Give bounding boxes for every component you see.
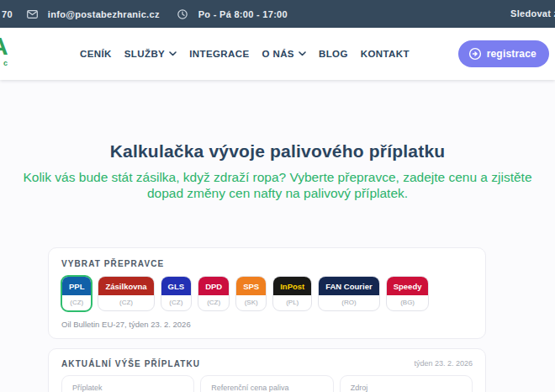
main-menu: CENÍK SLUŽBY INTEGRACE O NÁS — [80, 28, 410, 80]
carrier-list: PPL (CZ) Zásilkovna (CZ) GLS (CZ) DPD (C… — [61, 276, 473, 311]
nav-item-label: BLOG — [319, 49, 348, 59]
stat-tile: Příplatek 11,00 % — [61, 375, 194, 392]
surcharge-card-title: AKTUÁLNÍ VÝŠE PŘÍPLATKU — [61, 359, 200, 368]
carrier-card-title: VYBRAT PŘEPRAVCE — [61, 259, 473, 268]
register-label: registrace — [487, 48, 536, 60]
stat-tile: Zdroj Oil Bulletin EU-27 — [340, 375, 473, 392]
stat-tile: Referenční cena paliva 1.594 EUR/l — [200, 375, 333, 392]
carrier-country: (SK) — [236, 295, 266, 310]
carrier-chip[interactable]: SPS (SK) — [235, 276, 267, 311]
phone-link[interactable]: 70 — [2, 9, 13, 19]
nav-item-label: INTEGRACE — [189, 49, 249, 59]
hero-section: Kalkulačka vývoje palivového příplatku K… — [0, 80, 555, 392]
page-subtitle-line1: Kolik vás bude stát zásilka, když zdraží… — [0, 170, 555, 186]
carrier-country: (CZ) — [62, 295, 91, 310]
carrier-chip[interactable]: GLS (CZ) — [161, 276, 193, 311]
carrier-chip[interactable]: Speedy (BG) — [386, 276, 430, 311]
nav-item[interactable]: O NÁS — [262, 49, 306, 59]
track-shipment-link[interactable]: Sledovat zásilku — [510, 8, 555, 19]
carrier-country: (BG) — [387, 295, 429, 310]
carrier-chip[interactable]: PPL (CZ) — [61, 275, 92, 312]
carrier-chip[interactable]: InPost (PL) — [272, 276, 312, 311]
carrier-country: (CZ) — [98, 295, 153, 310]
carrier-country: (PL) — [273, 295, 311, 310]
surcharge-card: AKTUÁLNÍ VÝŠE PŘÍPLATKU týden 23. 2. 202… — [48, 348, 486, 392]
week-label: týden 23. 2. 2026 — [414, 359, 473, 368]
nav-item[interactable]: INTEGRACE — [189, 49, 249, 59]
navbar: A c CENÍK SLUŽBY INTEGRACE O NÁS — [0, 28, 555, 80]
carrier-name: FAN Courier — [319, 277, 378, 295]
carrier-country: (CZ) — [198, 295, 229, 310]
arrow-right-circle-icon — [468, 47, 482, 61]
carrier-country: (CZ) — [161, 295, 192, 310]
carrier-country: (RO) — [319, 295, 378, 310]
envelope-icon — [27, 10, 38, 19]
opening-hours: Po - Pá 8:00 - 17:00 — [198, 9, 288, 19]
email-link[interactable]: info@postabezhranic.cz — [48, 9, 160, 19]
register-button[interactable]: registrace — [458, 40, 549, 67]
carrier-card: VYBRAT PŘEPRAVCE PPL (CZ) Zásilkovna (CZ… — [48, 247, 486, 339]
carrier-name: PPL — [62, 277, 91, 295]
carrier-name: Zásilkovna — [98, 277, 153, 295]
nav-item-label: SLUŽBY — [124, 49, 165, 59]
chevron-down-icon — [169, 51, 177, 56]
clock-icon — [177, 9, 188, 19]
source-note: Oil Bulletin EU-27, týden 23. 2. 2026 — [61, 320, 473, 329]
logo-sub-letter: c — [3, 60, 8, 67]
page-subtitle-line2: dopad změny cen nafty na palivový přípla… — [0, 186, 555, 202]
nav-item-label: KONTAKT — [361, 49, 410, 59]
nav-item[interactable]: CENÍK — [80, 49, 112, 59]
logo-letter: A — [0, 34, 8, 59]
surcharge-card-head: AKTUÁLNÍ VÝŠE PŘÍPLATKU týden 23. 2. 202… — [61, 359, 473, 368]
nav-item[interactable]: BLOG — [319, 49, 348, 59]
stat-label: Zdroj — [351, 384, 462, 392]
carrier-chip[interactable]: Zásilkovna (CZ) — [98, 276, 154, 311]
carrier-chip[interactable]: DPD (CZ) — [198, 276, 230, 311]
nav-item-label: O NÁS — [262, 49, 294, 59]
carrier-name: InPost — [273, 277, 311, 295]
topbar: 70 info@postabezhranic.cz Po - Pá 8:00 -… — [0, 0, 555, 28]
carrier-chip[interactable]: FAN Courier (RO) — [318, 276, 379, 311]
stat-tiles: Příplatek 11,00 % Referenční cena paliva… — [61, 375, 473, 392]
nav-item[interactable]: SLUŽBY — [124, 49, 177, 59]
page-subtitle: Kolik vás bude stát zásilka, když zdraží… — [0, 170, 555, 202]
carrier-name: GLS — [161, 277, 192, 295]
nav-item[interactable]: KONTAKT — [361, 49, 410, 59]
stat-label: Referenční cena paliva — [211, 384, 322, 392]
page-title: Kalkulačka vývoje palivového příplatku — [0, 141, 555, 162]
carrier-name: Speedy — [387, 277, 429, 295]
nav-item-label: CENÍK — [80, 49, 112, 59]
logo[interactable]: A c — [0, 34, 8, 67]
stat-label: Příplatek — [72, 384, 183, 392]
carrier-name: SPS — [236, 277, 266, 295]
carrier-name: DPD — [198, 277, 229, 295]
chevron-down-icon — [299, 51, 306, 56]
